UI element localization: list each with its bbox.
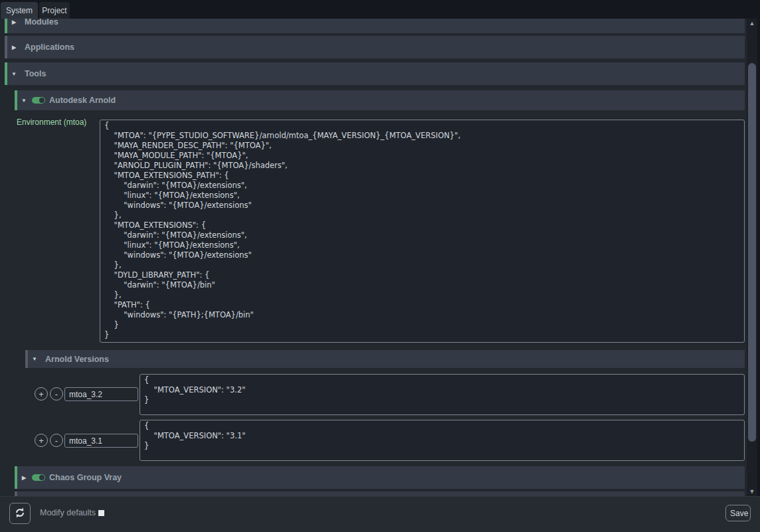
chevron-right-icon: ▶: [7, 19, 21, 25]
section-header-partial: [15, 491, 745, 496]
version-name-input[interactable]: [64, 434, 138, 448]
refresh-icon: [14, 507, 26, 521]
section-header-modules[interactable]: ▶ Modules: [5, 19, 745, 33]
section-header-tools[interactable]: ▼ Tools: [5, 62, 745, 85]
scrollbar-up-arrow-icon[interactable]: ▲: [747, 19, 757, 28]
modify-defaults-label: Modify defaults: [40, 508, 96, 517]
modify-defaults-checkbox[interactable]: [98, 510, 104, 516]
tab-system[interactable]: System: [1, 2, 38, 19]
chevron-right-icon: ▶: [17, 475, 31, 481]
enabled-toggle[interactable]: [32, 97, 45, 104]
section-header-chaos-group-vray[interactable]: ▶ Chaos Group Vray: [15, 466, 745, 489]
chevron-down-icon: ▼: [7, 71, 21, 77]
remove-version-button[interactable]: -: [50, 434, 63, 447]
environment-json-textarea[interactable]: { "MTOA": "{PYPE_STUDIO_SOFTWARE}/arnold…: [100, 120, 745, 343]
section-header-autodesk-arnold[interactable]: ▼ Autodesk Arnold: [15, 90, 745, 110]
section-label: Modules: [25, 19, 58, 27]
tab-project[interactable]: Project: [39, 2, 70, 19]
chevron-right-icon: ▶: [7, 44, 21, 50]
tab-bar: System Project: [0, 0, 760, 19]
chevron-down-icon: ▼: [17, 98, 31, 104]
section-header-applications[interactable]: ▶ Applications: [5, 36, 745, 58]
settings-scroll-area: ▶ Modules ▶ Applications ▼ Tools ▼ Autod…: [0, 19, 747, 496]
section-label: Tools: [25, 69, 46, 78]
add-version-button[interactable]: +: [35, 387, 48, 400]
section-label: Arnold Versions: [45, 355, 109, 364]
section-label: Applications: [25, 43, 74, 52]
section-label: Chaos Group Vray: [49, 473, 122, 482]
window-edge: [757, 19, 760, 496]
scrollbar-down-arrow-icon[interactable]: ▼: [747, 487, 757, 496]
enabled-toggle[interactable]: [32, 474, 45, 481]
chevron-down-icon: ▼: [28, 356, 41, 362]
version-json-textarea[interactable]: { "MTOA_VERSION": "3.1" }: [140, 420, 745, 461]
remove-version-button[interactable]: -: [50, 387, 63, 400]
version-name-input[interactable]: [64, 387, 138, 401]
vertical-scrollbar[interactable]: ▲ ▼: [747, 19, 757, 496]
section-header-arnold-versions[interactable]: ▼ Arnold Versions: [25, 350, 745, 368]
footer-bar: Modify defaults Save: [0, 496, 760, 532]
environment-label: Environment (mtoa): [17, 118, 86, 127]
version-json-textarea[interactable]: { "MTOA_VERSION": "3.2" }: [140, 374, 745, 415]
settings-window: System Project ▶ Modules ▶ Applications …: [0, 0, 760, 532]
add-version-button[interactable]: +: [35, 434, 48, 447]
save-button[interactable]: Save: [725, 505, 751, 521]
scrollbar-thumb[interactable]: [748, 63, 756, 442]
refresh-button[interactable]: [9, 503, 31, 524]
section-label: Autodesk Arnold: [49, 96, 116, 105]
